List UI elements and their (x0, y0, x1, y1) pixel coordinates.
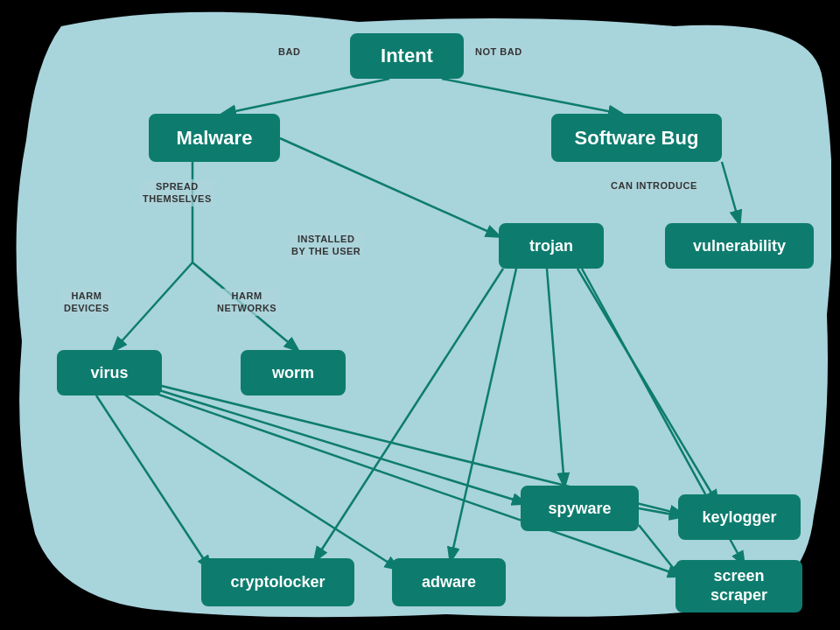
edge-trojan-spyware (547, 269, 564, 486)
label-canintroduce: CAN INTRODUCE (608, 179, 700, 192)
label-spread: SPREADTHEMSELVES (140, 179, 214, 206)
node-malware: Malware (149, 114, 280, 162)
node-trojan: trojan (499, 223, 604, 269)
edge-spread-virus (114, 262, 192, 350)
edge-trojan-cryptolocker (315, 269, 503, 560)
edge-malware-trojan (280, 138, 499, 236)
label-installed: INSTALLEDBY THE USER (289, 232, 363, 259)
edge-trojan-keylogger (578, 269, 718, 503)
label-bad: BAD (276, 46, 303, 58)
node-vulnerability: vulnerability (665, 223, 814, 269)
node-screen-scraper: screenscraper (676, 560, 802, 612)
edge-virus-cryptolocker (96, 396, 210, 569)
node-virus: virus (57, 350, 162, 396)
node-spyware: spyware (521, 486, 639, 531)
diagram-canvas: BAD NOT BAD SPREADTHEMSELVES INSTALLEDBY… (9, 9, 831, 621)
node-softwarebug: Software Bug (551, 114, 722, 162)
node-keylogger: keylogger (678, 494, 801, 540)
edge-intent-softwarebug (442, 79, 621, 114)
edge-virus-adware (109, 385, 398, 569)
edge-softwarebug-vulnerability (722, 162, 739, 223)
node-worm: worm (241, 350, 346, 396)
node-adware: adware (392, 558, 506, 606)
edge-spyware-screenscraper (639, 525, 681, 578)
node-intent: Intent (350, 33, 464, 79)
label-notbad: NOT BAD (472, 46, 525, 58)
edge-virus-screenscraper (131, 385, 681, 576)
label-harmnetworks: HARMNETWORKS (214, 289, 279, 316)
edge-intent-malware (223, 79, 389, 114)
node-cryptolocker: cryptolocker (201, 558, 354, 606)
label-harmdevices: HARMDEVICES (61, 289, 112, 316)
